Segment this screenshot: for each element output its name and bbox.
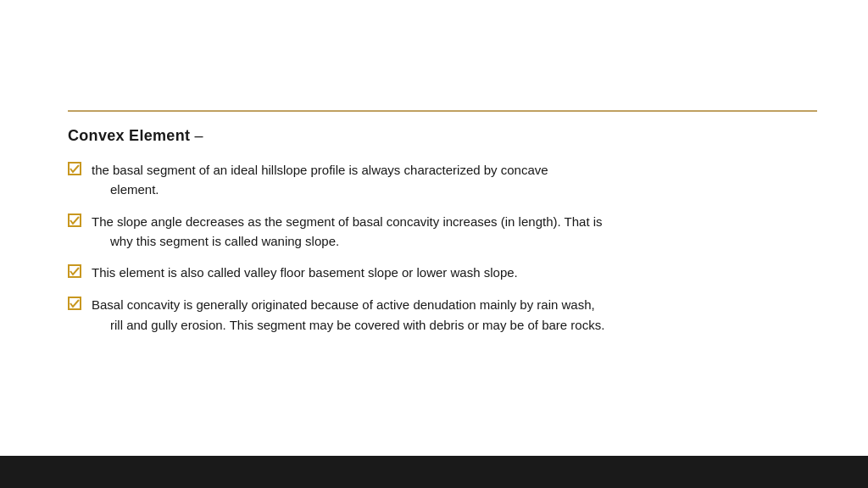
bullet-item-1: the basal segment of an ideal hillslope … <box>68 160 817 200</box>
checkbox-icon-1 <box>68 161 86 180</box>
section-title: Convex Element – <box>68 127 817 145</box>
title-dash: – <box>195 127 203 144</box>
bullet-item-4: Basal concavity is generally originated … <box>68 295 817 335</box>
slide-container: Convex Element – the basal segment of an… <box>0 0 868 488</box>
bullet-text-4-line1: Basal concavity is generally originated … <box>92 297 595 312</box>
checkbox-icon-3 <box>68 263 86 283</box>
checkbox-icon-2 <box>68 213 86 232</box>
bullet-text-3-line1: This element is also called valley floor… <box>92 265 518 280</box>
bullet-text-2: The slope angle decreases as the segment… <box>92 212 817 252</box>
bullet-text-2-line1: The slope angle decreases as the segment… <box>92 214 603 229</box>
bullet-text-1: the basal segment of an ideal hillslope … <box>92 160 817 200</box>
bullet-text-4: Basal concavity is generally originated … <box>92 295 817 335</box>
bullet-text-4-line2: rill and gully erosion. This segment may… <box>92 315 817 335</box>
bottom-bar <box>0 456 868 488</box>
title-text: Convex Element <box>68 127 190 144</box>
bullet-item-2: The slope angle decreases as the segment… <box>68 212 817 252</box>
bullet-item-3: This element is also called valley floor… <box>68 263 817 283</box>
checkbox-icon-4 <box>68 296 86 315</box>
content-area: Convex Element – the basal segment of an… <box>68 110 817 437</box>
top-divider-line <box>68 110 817 112</box>
bullet-text-1-line1: the basal segment of an ideal hillslope … <box>92 163 548 177</box>
bullet-text-1-line2: element. <box>92 180 817 199</box>
bullet-text-2-line2: why this segment is called waning slope. <box>92 231 817 251</box>
bullet-text-3: This element is also called valley floor… <box>92 263 817 282</box>
